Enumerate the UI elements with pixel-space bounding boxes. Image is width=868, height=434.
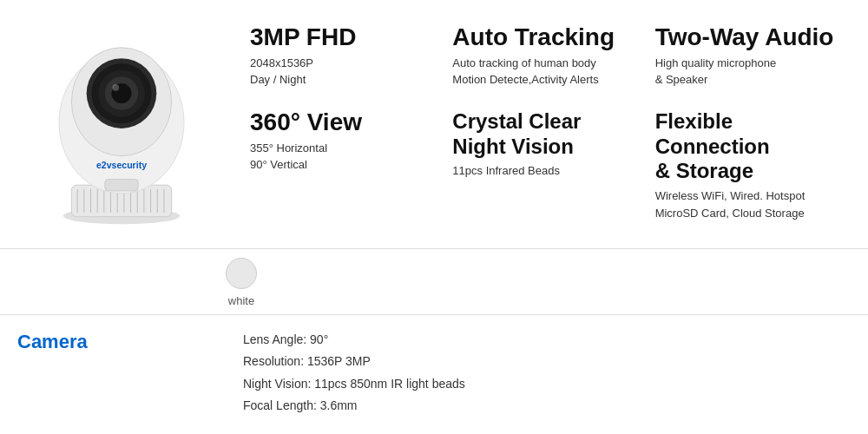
features-grid: 3MP FHD 2048x1536P Day / Night Auto Trac… — [226, 17, 851, 235]
feature-auto-tracking: Auto Tracking Auto tracking of human bod… — [445, 17, 648, 102]
product-image: e2vsecurity — [17, 17, 226, 235]
spec-lens-angle: Lens Angle: 90° — [243, 329, 465, 351]
top-section: e2vsecurity 3MP FHD 2048x1536P Day / Nig… — [0, 0, 868, 249]
auto-tracking-subtitle: Auto tracking of human body Motion Detec… — [452, 55, 634, 89]
connection-subtitle: Wireless WiFi, Wired. Hotspot MicroSD Ca… — [655, 187, 837, 221]
color-label-white: white — [228, 294, 254, 307]
bottom-section: Camera Lens Angle: 90° Resolution: 1536P… — [0, 315, 868, 425]
svg-text:e2vsecurity: e2vsecurity — [96, 160, 147, 170]
svg-point-23 — [112, 84, 119, 91]
auto-tracking-title: Auto Tracking — [452, 24, 634, 51]
svg-rect-25 — [105, 179, 138, 190]
color-option-white: white — [226, 258, 257, 307]
feature-two-way-audio: Two-Way Audio High quality microphone & … — [648, 17, 851, 102]
night-vision-subtitle: 11pcs Infrared Beads — [452, 162, 634, 180]
feature-connection: Flexible Connection & Storage Wireless W… — [648, 102, 851, 235]
two-way-audio-title: Two-Way Audio — [655, 24, 837, 51]
night-vision-title: Crystal Clear Night Vision — [452, 109, 634, 160]
360-view-subtitle: 355° Horizontal 90° Vertical — [250, 140, 431, 174]
two-way-audio-subtitle: High quality microphone & Speaker — [655, 55, 837, 89]
resolution-title: 3MP FHD — [250, 24, 431, 51]
camera-section-label: Camera — [17, 329, 226, 353]
360-view-title: 360° View — [250, 109, 431, 136]
connection-title: Flexible Connection & Storage — [655, 109, 837, 184]
feature-night-vision: Crystal Clear Night Vision 11pcs Infrare… — [445, 102, 648, 235]
spec-focal-length: Focal Length: 3.6mm — [243, 395, 465, 417]
resolution-subtitle: 2048x1536P Day / Night — [250, 55, 431, 89]
camera-specs-list: Lens Angle: 90° Resolution: 1536P 3MP Ni… — [226, 329, 465, 417]
feature-resolution: 3MP FHD 2048x1536P Day / Night — [243, 17, 445, 102]
spec-night-vision: Night Vision: 11pcs 850nm IR light beads — [243, 373, 465, 395]
feature-360-view: 360° View 355° Horizontal 90° Vertical — [243, 102, 445, 235]
color-row: white — [0, 249, 868, 315]
color-swatch-white[interactable] — [226, 258, 257, 289]
spec-resolution: Resolution: 1536P 3MP — [243, 351, 465, 372]
